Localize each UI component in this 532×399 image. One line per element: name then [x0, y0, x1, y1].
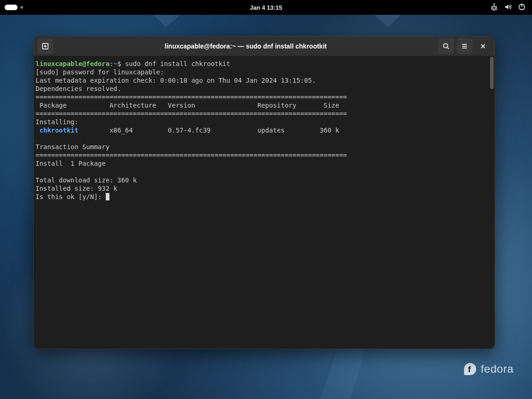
fedora-watermark-text: fedora — [481, 363, 514, 375]
line-dlsize: Total download size: 360 k — [36, 176, 137, 184]
pkg-rest: x86_64 0.57-4.fc39 updates 360 k — [79, 127, 339, 134]
svg-point-1 — [496, 8, 497, 10]
power-icon[interactable] — [518, 3, 526, 12]
prompt-userhost: linuxcapable@fedora — [36, 60, 109, 67]
line-confirm: Is this ok [y/N]: — [36, 193, 106, 200]
svg-point-8 — [444, 44, 448, 48]
network-icon[interactable] — [490, 3, 498, 12]
svg-point-2 — [494, 3, 495, 5]
line-install-count: Install 1 Package — [36, 160, 106, 167]
search-button[interactable] — [438, 38, 454, 54]
line-meta: Last metadata expiration check: 0:00:18 … — [36, 77, 316, 84]
fedora-logo-icon: f — [463, 362, 477, 376]
scrollbar-thumb[interactable] — [490, 57, 494, 89]
line-rule3: ========================================… — [36, 151, 347, 159]
volume-icon[interactable] — [504, 3, 512, 12]
gnome-topbar: Jan 4 13:15 — [0, 0, 532, 15]
prompt-cwd: ~ — [114, 60, 117, 67]
line-header: Package Architecture Version Repository … — [36, 102, 339, 109]
workspace-dot — [20, 6, 23, 9]
svg-point-0 — [491, 8, 493, 10]
close-button[interactable] — [475, 38, 491, 54]
terminal-content[interactable]: linuxcapable@fedora:~$ sudo dnf install … — [34, 56, 495, 349]
line-dep: Dependencies resolved. — [36, 85, 121, 92]
fedora-watermark: f fedora — [463, 362, 514, 376]
svg-line-9 — [447, 48, 449, 49]
prompt-sep: : — [109, 60, 113, 67]
pkg-name: chkrootkit — [36, 127, 79, 134]
terminal-window: linuxcapable@fedora:~ — sudo dnf install… — [33, 36, 495, 349]
cursor — [106, 193, 109, 200]
line-installing: Installing: — [36, 118, 79, 126]
prompt-dollar: $ — [117, 60, 125, 67]
menu-button[interactable] — [457, 38, 472, 54]
window-titlebar: linuxcapable@fedora:~ — sudo dnf install… — [34, 36, 495, 56]
activities-indicator — [5, 5, 18, 10]
window-title: linuxcapable@fedora:~ — sudo dnf install… — [57, 42, 435, 50]
svg-text:f: f — [468, 364, 471, 374]
line-rule2: ========================================… — [36, 110, 347, 117]
command-text: sudo dnf install chkrootkit — [125, 60, 230, 67]
line-sudo: [sudo] password for linuxcapable: — [36, 68, 168, 76]
line-instsize: Installed size: 932 k — [36, 185, 117, 192]
new-tab-button[interactable] — [37, 38, 53, 54]
line-txn: Transaction Summary — [36, 143, 109, 151]
line-rule: ========================================… — [36, 93, 347, 101]
clock[interactable]: Jan 4 13:15 — [250, 4, 282, 11]
activities-area[interactable] — [0, 5, 23, 10]
